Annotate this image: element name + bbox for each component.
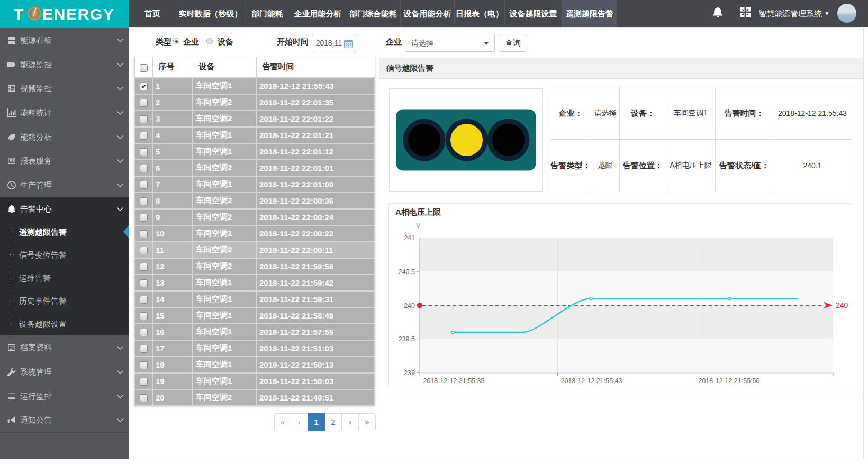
svg-text:2018-12-12 21:55:35: 2018-12-12 21:55:35 — [423, 377, 484, 385]
svg-text:239: 239 — [404, 369, 415, 377]
svg-text:2018-12-12 21:55:50: 2018-12-12 21:55:50 — [698, 377, 760, 385]
svg-text:239.5: 239.5 — [399, 335, 415, 343]
svg-text:240: 240 — [404, 302, 415, 310]
svg-text:ENERGY: ENERGY — [42, 5, 114, 23]
svg-text:T: T — [14, 5, 23, 23]
svg-text:241: 241 — [404, 234, 415, 242]
svg-text:2018-12-12 21:55:43: 2018-12-12 21:55:43 — [560, 377, 622, 385]
svg-text:240.5: 240.5 — [399, 268, 415, 276]
svg-text:240: 240 — [836, 301, 848, 310]
svg-text:V: V — [416, 222, 420, 230]
